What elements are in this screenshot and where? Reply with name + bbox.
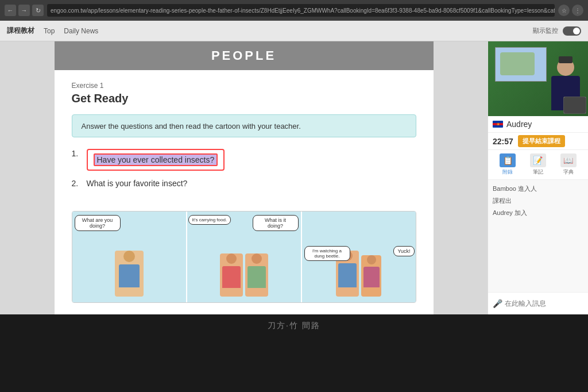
tool-dictionary[interactable]: 📖 字典	[560, 153, 577, 176]
comic-panel-2: What is it doing? It's carrying food.	[187, 212, 302, 302]
browser-chrome: ← → ↻ engoo.com.tw/app/lessons/elementar…	[0, 0, 588, 21]
right-panel: Audrey 22:57 提早結束課程 📋 附錄 📝 筆記 📖 字典 Bambo…	[488, 41, 588, 314]
speech-bubble-4: I'm watching a dung beetle.	[304, 246, 350, 261]
reload-button[interactable]: ↻	[32, 5, 44, 16]
content-wrapper: PEOPLE Exercise 1 Get Ready Answer the q…	[0, 41, 588, 314]
monitor-toggle[interactable]	[563, 26, 581, 36]
question-number-2: 2.	[72, 179, 83, 188]
question-list: 1. Have you ever collected insects? 2. W…	[72, 149, 416, 188]
video-area	[488, 41, 588, 116]
bookmark-icon[interactable]: ☆	[558, 5, 570, 16]
notes-icon: 📝	[530, 153, 546, 167]
instruction-box: Answer the questions and then read the c…	[72, 114, 416, 137]
bottom-bar: 刀方·竹 間路	[0, 314, 588, 337]
speech-bubble-3: It's carrying food.	[188, 215, 231, 225]
appendix-label: 附錄	[502, 168, 513, 176]
flag-icon	[493, 121, 503, 128]
list-item: 2. What is your favorite insect?	[72, 179, 416, 188]
exercise-label: Exercise 1	[72, 82, 416, 90]
main-tab-label: 課程教材	[7, 26, 34, 36]
menu-icon[interactable]: ⋮	[572, 5, 583, 16]
timer-row: 22:57 提早結束課程	[488, 133, 588, 150]
comic-area: What are you doing? What is it doing? It…	[72, 211, 416, 303]
speech-bubble-1: What are you doing?	[75, 215, 121, 231]
tab-right-controls: 顯示監控	[533, 26, 581, 36]
map-decoration	[495, 47, 547, 82]
browser-icons: ☆ ⋮	[558, 5, 583, 16]
tab-bar: 課程教材 Top Daily News 顯示監控	[0, 21, 588, 41]
comic-panel-1: What are you doing?	[72, 212, 187, 302]
user-info-row: Audrey	[488, 116, 588, 133]
lesson-content: PEOPLE Exercise 1 Get Ready Answer the q…	[55, 41, 434, 314]
instruction-text: Answer the questions and then read the c…	[82, 122, 301, 130]
tool-appendix[interactable]: 📋 附錄	[500, 153, 516, 176]
chat-input-row: 🎤 😊 ➤	[488, 292, 588, 314]
left-panel: PEOPLE Exercise 1 Get Ready Answer the q…	[0, 41, 488, 314]
lesson-header: PEOPLE	[55, 41, 434, 70]
tab-daily-news[interactable]: Daily News	[64, 27, 98, 35]
question-highlight-box: Have you ever collected insects?	[87, 149, 225, 171]
question-number-1: 1.	[72, 149, 83, 158]
toggle-label: 顯示監控	[533, 26, 558, 35]
appendix-icon: 📋	[500, 153, 516, 167]
notes-label: 筆記	[533, 168, 543, 176]
lesson-title: PEOPLE	[211, 48, 276, 63]
url-text: engoo.com.tw/app/lessons/elementary-read…	[51, 7, 555, 14]
forward-button[interactable]: →	[18, 5, 30, 16]
chat-area: Bamboo 進入人 課程出 Audrey 加入	[488, 180, 588, 292]
back-button[interactable]: ←	[5, 5, 16, 16]
dictionary-label: 字典	[563, 168, 574, 176]
list-item: Audrey 加入	[493, 209, 583, 217]
mic-icon[interactable]: 🎤	[493, 299, 502, 308]
comic-panel-3: I'm watching a dung beetle. Yuck!	[302, 212, 416, 302]
exercise-section: Exercise 1 Get Ready Answer the question…	[55, 70, 434, 211]
address-bar[interactable]: engoo.com.tw/app/lessons/elementary-read…	[47, 4, 555, 17]
exercise-title: Get Ready	[72, 92, 416, 105]
timer-display: 22:57	[493, 137, 513, 146]
list-item: Bamboo 進入人	[493, 185, 583, 193]
tab-top[interactable]: Top	[44, 27, 55, 35]
user-name: Audrey	[506, 120, 532, 129]
speech-bubble-5: Yuck!	[393, 246, 414, 256]
dictionary-icon: 📖	[560, 153, 577, 167]
nav-controls: ← → ↻	[5, 5, 44, 16]
teacher-head	[557, 59, 574, 76]
question-text-1: Have you ever collected insects?	[94, 153, 218, 166]
speech-bubble-2: What is it doing?	[253, 215, 299, 231]
comic-placeholder: What are you doing? What is it doing? It…	[72, 212, 416, 302]
list-item: 1. Have you ever collected insects?	[72, 149, 416, 171]
question-text-2: What is your favorite insect?	[87, 179, 188, 188]
tool-notes[interactable]: 📝 筆記	[530, 153, 546, 176]
end-class-button[interactable]: 提早結束課程	[518, 135, 565, 147]
bottom-logo: 刀方·竹 間路	[268, 321, 320, 331]
chat-input[interactable]	[505, 299, 588, 308]
list-item: 課程出	[493, 197, 583, 205]
tool-buttons-row: 📋 附錄 📝 筆記 📖 字典	[488, 150, 588, 180]
video-background	[488, 41, 588, 116]
secondary-video	[563, 97, 586, 114]
